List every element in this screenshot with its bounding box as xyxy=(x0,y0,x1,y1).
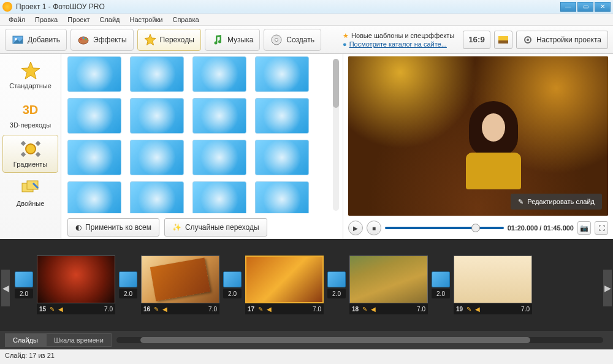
maximize-button[interactable]: ▭ xyxy=(577,2,593,12)
project-settings-label: Настройки проекта xyxy=(536,36,601,44)
minimize-button[interactable]: — xyxy=(560,2,576,12)
transition-thumb[interactable] xyxy=(130,98,184,134)
transition-thumb[interactable] xyxy=(255,140,309,175)
timeline-transition[interactable]: 2.0 xyxy=(223,271,242,298)
project-settings-button[interactable]: Настройки проекта xyxy=(516,31,608,49)
transition-thumb[interactable] xyxy=(130,56,184,92)
nav-transitions[interactable]: Переходы xyxy=(137,29,201,51)
transition-thumb[interactable] xyxy=(192,140,246,175)
transition-duration: 2.0 xyxy=(327,289,346,298)
slide-number: 16 xyxy=(143,306,150,313)
tab-timescale[interactable]: Шкала времени xyxy=(46,333,112,347)
transition-thumb[interactable] xyxy=(255,181,309,213)
bottom-bar: Слайды Шкала времени xyxy=(0,331,613,349)
transitions-scroll xyxy=(67,56,340,213)
timeline-horizontal-scrollbar[interactable] xyxy=(116,337,603,343)
music-icon xyxy=(211,34,224,46)
random-transitions-button[interactable]: ✨ Случайные переходы xyxy=(164,218,267,237)
menu-file[interactable]: Файл xyxy=(4,16,30,23)
category-double[interactable]: Двойные xyxy=(2,174,58,212)
fullscreen-button[interactable]: ⛶ xyxy=(595,221,608,235)
transition-thumb[interactable] xyxy=(192,181,246,213)
svg-point-5 xyxy=(85,38,87,40)
promo-link[interactable]: Посмотрите каталог на сайте... xyxy=(349,40,447,48)
timeline-transition[interactable]: 2.0 xyxy=(327,271,346,298)
background-color-button[interactable] xyxy=(494,31,512,49)
preview-column: ✎ Редактировать слайд ▶ ■ 01:20.000 / 01… xyxy=(343,54,613,239)
timeline-slide[interactable]: 19✎◀7.0 xyxy=(454,256,532,314)
close-button[interactable]: ✕ xyxy=(595,2,611,12)
menu-edit[interactable]: Правка xyxy=(30,16,63,23)
timeline-slide-selected[interactable]: 17✎◀7.0 xyxy=(245,256,324,314)
timeline-scroll-left[interactable]: ◀ xyxy=(1,270,10,306)
photo-icon xyxy=(12,34,24,46)
transition-thumb[interactable] xyxy=(130,181,184,213)
nav-create[interactable]: Создать xyxy=(264,29,321,51)
nav-effects[interactable]: Эффекты xyxy=(70,29,134,51)
timeline-slide[interactable]: 18✎◀7.0 xyxy=(349,256,428,314)
seek-bar[interactable] xyxy=(385,227,504,229)
aspect-ratio-button[interactable]: 16:9 xyxy=(463,31,490,49)
timeline-slide[interactable]: 16✎◀7.0 xyxy=(141,256,219,314)
statusbar: Слайд: 17 из 21 xyxy=(0,349,613,360)
transition-thumb[interactable] xyxy=(192,98,246,134)
svg-point-4 xyxy=(83,37,85,39)
menu-slide[interactable]: Слайд xyxy=(94,16,124,23)
transition-thumb[interactable] xyxy=(192,56,246,92)
snapshot-button[interactable]: 📷 xyxy=(577,221,591,235)
category-gradients-label: Градиенты xyxy=(13,161,47,168)
double-icon xyxy=(20,179,42,197)
slide-duration: 7.0 xyxy=(521,306,530,313)
svg-rect-15 xyxy=(20,152,25,157)
timeline-transition[interactable]: 2.0 xyxy=(119,271,137,298)
transition-thumb[interactable] xyxy=(67,56,121,92)
category-3d[interactable]: 3D 3D-переходы xyxy=(2,96,58,134)
svg-rect-9 xyxy=(498,40,508,44)
nav-add[interactable]: Добавить xyxy=(5,29,67,51)
stop-button[interactable]: ■ xyxy=(367,221,381,235)
timeline-content: 2.0 15✎◀7.0 2.0 16✎◀7.0 2.0 17✎◀7.0 2.0 xyxy=(15,256,532,314)
magic-icon: ◐ xyxy=(75,223,82,232)
titlebar: Проект 1 - ФотоШОУ PRO — ▭ ✕ xyxy=(0,0,613,13)
transition-thumb[interactable] xyxy=(255,98,309,134)
promo-line1: Новые шаблоны и спецэффекты xyxy=(351,31,454,40)
category-standard[interactable]: Стандартные xyxy=(2,56,58,94)
pencil-icon: ✎ xyxy=(258,306,263,313)
transition-thumb[interactable] xyxy=(67,140,121,175)
transitions-panel: ◐ Применить ко всем ✨ Случайные переходы xyxy=(61,54,343,239)
menu-help[interactable]: Справка xyxy=(167,16,204,23)
sound-icon: ◀ xyxy=(371,306,376,313)
transition-thumb[interactable] xyxy=(130,140,184,175)
menubar: Файл Правка Проект Слайд Настройки Справ… xyxy=(0,13,613,26)
menu-settings[interactable]: Настройки xyxy=(125,16,168,23)
nav-effects-label: Эффекты xyxy=(93,36,127,44)
category-gradients[interactable]: Градиенты xyxy=(2,135,58,173)
app-icon xyxy=(2,2,12,12)
timeline-slide[interactable]: 15✎◀7.0 xyxy=(37,256,115,314)
nav-music[interactable]: Музыка xyxy=(205,29,260,51)
svg-rect-13 xyxy=(20,141,25,146)
play-button[interactable]: ▶ xyxy=(348,221,363,235)
sound-icon: ◀ xyxy=(475,306,480,313)
status-text: Слайд: 17 из 21 xyxy=(5,352,55,359)
timeline-transition[interactable]: 2.0 xyxy=(432,271,450,298)
transition-thumb[interactable] xyxy=(67,98,121,134)
tab-slides[interactable]: Слайды xyxy=(5,333,46,347)
three-d-icon: 3D xyxy=(20,100,42,119)
timeline-scroll-right[interactable]: ▶ xyxy=(603,270,612,306)
apply-all-button[interactable]: ◐ Применить ко всем xyxy=(67,218,159,237)
star-icon xyxy=(144,34,156,46)
preview-subject xyxy=(463,101,524,193)
timeline-transition[interactable]: 2.0 xyxy=(15,271,33,298)
svg-rect-16 xyxy=(35,152,40,157)
edit-slide-button[interactable]: ✎ Редактировать слайд xyxy=(511,194,602,210)
slide-duration: 7.0 xyxy=(208,306,217,313)
pencil-icon: ✎ xyxy=(466,306,471,313)
transition-thumb[interactable] xyxy=(255,56,309,92)
main-area: Стандартные 3D 3D-переходы Градиенты Дво… xyxy=(0,54,613,239)
transitions-scrollbar[interactable] xyxy=(333,59,339,211)
gradient-icon xyxy=(20,140,42,158)
transition-thumb[interactable] xyxy=(67,181,121,213)
menu-project[interactable]: Проект xyxy=(63,16,94,23)
seek-knob[interactable] xyxy=(471,224,480,232)
